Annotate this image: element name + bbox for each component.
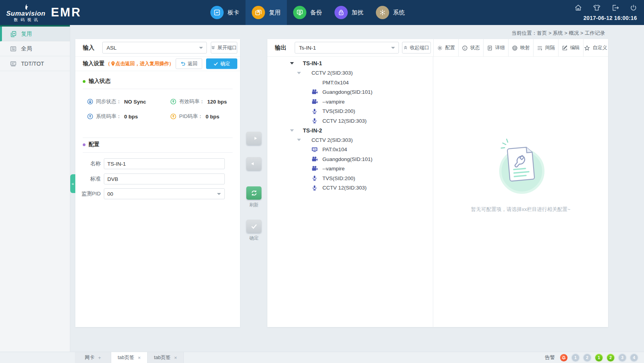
status-indicator-3[interactable]: 1	[595, 354, 603, 361]
list-plus-icon	[537, 45, 543, 51]
tree-node-video[interactable]: Guangdong(SID:101)	[267, 88, 433, 97]
toolbar-status-button[interactable]: 状态	[458, 39, 483, 57]
monitor-pid-value: 00	[107, 191, 113, 197]
confirm-button[interactable]: 确定	[206, 59, 237, 69]
toolbar-customize-button[interactable]: 自定义	[583, 39, 608, 57]
panel-collapse-handle[interactable]: «	[70, 174, 75, 193]
microphone-icon	[311, 185, 318, 191]
status-indicator-1[interactable]: 1	[572, 354, 579, 361]
logout-icon[interactable]	[612, 4, 619, 11]
home-icon[interactable]	[575, 4, 582, 11]
sidebar-item-global[interactable]: 全局	[0, 41, 70, 56]
nav-tab-scramble[interactable]: 加扰	[328, 0, 370, 25]
footer-tab-page-2[interactable]: tab页签 ×	[148, 352, 184, 363]
global-settings-icon	[10, 46, 16, 52]
add-tab-icon[interactable]: +	[98, 355, 101, 361]
status-indicator-6[interactable]: 4	[630, 354, 638, 361]
move-left-button[interactable]	[246, 157, 262, 170]
nav-tab-system[interactable]: 系统	[370, 0, 411, 25]
no-icon	[311, 80, 318, 86]
toolbar-label: 映射	[520, 45, 530, 51]
name-field[interactable]	[104, 158, 225, 169]
tree-node-ts-in-1[interactable]: TS-IN-1	[267, 59, 433, 68]
theme-skin-icon[interactable]	[593, 4, 601, 11]
tree-node-audio[interactable]: TVS(SID:200)	[267, 173, 433, 183]
tree-node-label: TS-IN-2	[303, 127, 322, 134]
tree-node-service[interactable]: CCTV 2(SID:303)	[267, 135, 433, 145]
footer-tab-nic[interactable]: 网卡 +	[75, 352, 111, 363]
sidebar-item-label: TDT/TOT	[21, 61, 44, 67]
tree-node-audio[interactable]: TVS(SID:200)	[267, 107, 433, 116]
tree-node-service[interactable]: CCTV 2(SID:303)	[267, 68, 433, 78]
sidebar-item-tdt-tot[interactable]: TDT/TOT	[0, 56, 70, 71]
tree-node-pat[interactable]: PAT:0x104	[267, 145, 433, 155]
tree-node-audio[interactable]: CCTV 12(SID:303)	[267, 116, 433, 126]
settings-hint: （ 点击返回，进入复用操作）	[105, 61, 174, 67]
tree-node-ts-in-2[interactable]: TS-IN-2	[267, 126, 433, 136]
status-label: 同步状态：	[96, 98, 121, 105]
tree-collapse-arrow-icon[interactable]	[297, 139, 301, 141]
status-indicator-2[interactable]: 2	[584, 354, 591, 361]
expand-ports-button[interactable]: 展开端口	[211, 42, 237, 54]
hint-text: 点击返回，进入复用操作）	[116, 61, 174, 67]
output-header: 输出 Ts-IN-1 收起端口 配置 状态	[267, 39, 608, 57]
sidebar-item-label: 全局	[21, 45, 32, 52]
transfer-confirm-button[interactable]	[246, 220, 262, 233]
green-dot-icon	[83, 80, 85, 83]
footer-tab-page-1[interactable]: tab页签 ×	[111, 352, 148, 363]
move-right-button[interactable]	[246, 132, 262, 145]
tree-collapse-arrow-icon[interactable]	[290, 62, 294, 64]
tree-collapse-arrow-icon[interactable]	[297, 72, 301, 74]
field-label: 名称	[75, 160, 101, 167]
output-port-value: Ts-IN-1	[299, 45, 316, 51]
power-icon[interactable]	[630, 4, 637, 11]
output-port-select[interactable]: Ts-IN-1	[295, 42, 399, 54]
input-panel: 输入 ASL 展开端口 输入设置 （ 点击返回，进入复用操作）	[75, 39, 240, 327]
tree-node-pmt[interactable]: PMT:0x104	[267, 78, 433, 88]
status-value: 0 bps	[206, 114, 219, 120]
toolbar-edit-button[interactable]: 编辑	[558, 39, 583, 57]
camera-icon	[311, 99, 318, 105]
purple-dot-icon	[83, 143, 85, 146]
tree-node-video[interactable]: Guangdong(SID:101)	[267, 154, 433, 164]
nav-tab-board[interactable]: 板卡	[204, 0, 246, 25]
nav-tab-backup[interactable]: 备份	[287, 0, 328, 25]
divider	[83, 138, 233, 138]
hint-paren: （	[105, 61, 110, 67]
chevron-down-icon	[217, 193, 221, 195]
tree-node-label: Guangdong(SID:101)	[322, 156, 372, 162]
chevron-down-icon	[391, 47, 395, 49]
refresh-button[interactable]	[246, 186, 262, 200]
sync-status-icon	[87, 98, 93, 105]
tree-node-video[interactable]: --vampire	[267, 164, 433, 174]
input-title: 输入	[83, 44, 94, 52]
status-indicator-4[interactable]: 2	[607, 354, 614, 361]
input-port-select[interactable]: ASL	[102, 42, 207, 54]
status-indicator-5[interactable]: 3	[619, 354, 626, 361]
toolbar-config-button[interactable]: 配置	[433, 39, 458, 57]
sidebar-item-label: 复用	[21, 30, 32, 38]
board-icon	[210, 6, 224, 19]
toolbar-interval-button[interactable]: 间隔	[533, 39, 558, 57]
toolbar-mapping-button[interactable]: 映射	[508, 39, 533, 57]
indicator-number: 4	[633, 355, 635, 360]
toolbar-detail-button[interactable]: 详细	[483, 39, 508, 57]
monitor-pid-select[interactable]: 00	[104, 188, 225, 199]
status-system-rate: 系统码率：0 bps	[87, 113, 138, 120]
close-tab-icon[interactable]: ×	[174, 355, 177, 361]
alarm-bell-icon[interactable]	[560, 354, 568, 361]
nav-tab-mux[interactable]: 复用	[246, 0, 287, 25]
sidebar-item-mux[interactable]: 复用	[0, 27, 70, 41]
status-sync: 同步状态：NO Sync	[87, 98, 146, 106]
close-tab-icon[interactable]: ×	[138, 355, 141, 361]
collapse-ports-button[interactable]: 收起端口	[402, 42, 431, 54]
footer-tab-label: 网卡	[85, 354, 94, 361]
mux-icon	[252, 6, 265, 19]
tree-node-audio[interactable]: CCTV 12(SID:303)	[267, 183, 433, 193]
tree-collapse-arrow-icon[interactable]	[290, 129, 294, 132]
standard-field[interactable]	[104, 173, 225, 184]
tree-node-video[interactable]: --vampire	[267, 97, 433, 107]
back-button[interactable]: 返回	[176, 59, 202, 69]
gear-icon	[437, 45, 443, 51]
tree-node-label: TVS(SID:200)	[322, 108, 355, 114]
